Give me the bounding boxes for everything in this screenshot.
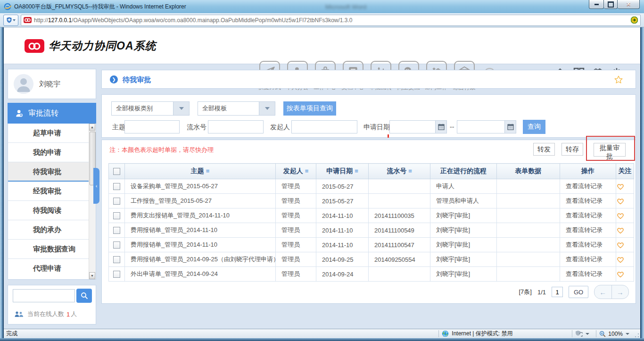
view-flow-record-link[interactable]: 查看流转记录 (560, 223, 616, 238)
chevron-down-icon (259, 102, 275, 115)
initiator-input[interactable] (291, 120, 357, 133)
view-flow-record-link[interactable]: 查看流转记录 (560, 267, 616, 282)
go-refresh-icon[interactable] (631, 17, 638, 24)
follow-heart-icon[interactable] (616, 208, 634, 223)
row-checkbox[interactable] (113, 227, 120, 234)
url-path: /OAapp/WebObjects/OAapp.woa/wo/com.oa800… (72, 17, 352, 24)
template-dropdown[interactable]: 全部模板 (198, 101, 275, 116)
overdue-note: 注：本颜色表示超时单据，请尽快办理 (109, 146, 214, 154)
page-input[interactable] (552, 287, 563, 297)
person-badge-icon (15, 108, 24, 118)
date-from-input[interactable] (389, 120, 436, 133)
minimize-button[interactable] (589, 0, 604, 9)
search-button[interactable] (76, 289, 92, 303)
url-field[interactable]: http://127.0.0.1/OAapp/WebObjects/OAapp.… (21, 15, 641, 26)
col-initiator[interactable]: 发起人≡ (276, 164, 316, 179)
zoom-segment[interactable]: 100% (599, 329, 633, 338)
red-annotation-rectangle (586, 136, 635, 161)
view-flow-record-link[interactable]: 查看流转记录 (560, 252, 616, 267)
chevron-down-icon (586, 333, 589, 335)
forward-button[interactable]: 转发 (533, 143, 555, 156)
col-subject[interactable]: 主题≡ (125, 164, 276, 179)
form-item-query-button[interactable]: 按表单项目查询 (283, 101, 336, 116)
chevron-down-icon (626, 333, 629, 335)
template-category-dropdown[interactable]: 全部模板类别 (111, 101, 190, 116)
sidebar-item-draft-request[interactable]: 起草申请 (8, 124, 96, 143)
table-row: 费用报销单_管理员_2014-11-10 管理员 2014-11-10 2014… (109, 238, 634, 252)
col-serial[interactable]: 流水号≡ (369, 164, 430, 179)
save-as-button[interactable]: 转存 (561, 143, 583, 156)
pagination: [7条] 1/1 GO ← → (519, 285, 629, 299)
window-title: OA8000平台版_FPLMYSQL5--待我审批 - Windows Inte… (14, 3, 186, 11)
sidebar-collapse-tab[interactable]: ‹ (93, 168, 99, 204)
online-users-icon (15, 311, 24, 318)
row-checkbox[interactable] (113, 198, 120, 205)
close-button[interactable]: ✕ (618, 0, 640, 9)
row-checkbox[interactable] (113, 271, 120, 278)
url-scheme: http:// (34, 17, 48, 24)
calendar-icon[interactable] (505, 120, 516, 133)
next-page-icon[interactable]: → (612, 285, 629, 299)
date-to-input[interactable] (457, 120, 505, 133)
sort-icon: ≡ (206, 167, 210, 175)
search-input[interactable] (13, 289, 75, 302)
sidebar-section-approval-flow[interactable]: 审批流转 (8, 103, 96, 124)
follow-heart-icon[interactable] (616, 238, 634, 252)
sidebar-item-pending-my-approval[interactable]: 待我审批 (8, 162, 96, 182)
internet-globe-icon (442, 330, 449, 337)
calendar-icon[interactable] (436, 120, 447, 133)
scroll-up-icon[interactable]: ▲ (89, 124, 95, 131)
sidebar-item-approval-data-query[interactable]: 审批数据查询 (8, 240, 96, 259)
follow-heart-icon[interactable] (616, 194, 634, 208)
serial-label: 流水号 (187, 120, 206, 134)
follow-heart-icon[interactable] (616, 252, 634, 267)
zone-text: Internet | 保护模式: 禁用 (452, 330, 512, 338)
avatar (14, 74, 33, 94)
scroll-down-icon[interactable]: ▼ (89, 272, 95, 279)
view-flow-record-link[interactable]: 查看流转记录 (560, 238, 616, 252)
ie-favicon (4, 3, 11, 10)
protected-mode-segment[interactable] (575, 329, 593, 338)
maximize-button[interactable] (604, 0, 618, 9)
cell-subject[interactable]: 外出申请单_管理员_2014-09-24 (125, 267, 276, 282)
serial-input[interactable] (208, 120, 264, 133)
view-flow-record-link[interactable]: 查看流转记录 (560, 179, 616, 194)
cell-subject[interactable]: 费用报销单_管理员_2014-09-25（由刘晓宇代理申请） (125, 252, 276, 267)
sidebar-item-proxy-request[interactable]: 代理申请 (8, 259, 96, 278)
favorite-star-icon[interactable] (614, 75, 623, 84)
row-checkbox[interactable] (113, 241, 120, 249)
view-flow-record-link[interactable]: 查看流转记录 (560, 208, 616, 223)
sidebar-item-pending-my-reading[interactable]: 待我阅读 (8, 201, 96, 220)
row-checkbox[interactable] (113, 256, 120, 263)
row-checkbox[interactable] (113, 183, 120, 190)
site-favicon (24, 17, 32, 23)
follow-heart-icon[interactable] (616, 267, 634, 282)
chevron-down-icon (173, 102, 189, 115)
cell-subject[interactable]: 费用支出报销单_管理员_2014-11-10 (125, 208, 276, 223)
page-title: 待我审批 (123, 70, 151, 89)
sort-icon: ≡ (408, 167, 412, 175)
cell-subject[interactable]: 工作报告_管理员_2015-05-27 (125, 194, 276, 208)
window-frame-left (0, 27, 4, 341)
prev-page-icon[interactable]: ← (594, 285, 612, 299)
col-date[interactable]: 申请日期≡ (316, 164, 369, 179)
date-range-separator: -- (450, 120, 454, 134)
cell-subject[interactable]: 设备采购单_管理员_2015-05-27 (125, 179, 276, 194)
cell-subject[interactable]: 费用报销单_管理员_2014-11-10 (125, 223, 276, 238)
online-count-label: 当前在线人数 (27, 310, 64, 318)
subject-input[interactable] (124, 120, 180, 133)
sidebar-item-my-requests[interactable]: 我的申请 (8, 143, 96, 162)
chevron-down-icon (13, 19, 16, 21)
select-all-checkbox[interactable] (109, 164, 125, 179)
add-shield-button[interactable] (3, 15, 18, 26)
follow-heart-icon[interactable] (616, 179, 634, 194)
follow-heart-icon[interactable] (616, 223, 634, 238)
sidebar-item-approved-by-me[interactable]: 经我审批 (8, 182, 96, 201)
go-button[interactable]: GO (569, 286, 588, 298)
sidebar-item-my-undertaking[interactable]: 我的承办 (8, 220, 96, 240)
cell-subject[interactable]: 费用报销单_管理员_2014-11-10 (125, 238, 276, 252)
query-button[interactable]: 查询 (523, 120, 545, 134)
view-flow-record-link[interactable]: 查看流转记录 (560, 194, 616, 208)
row-checkbox[interactable] (113, 212, 120, 219)
resize-grip[interactable] (634, 333, 640, 338)
